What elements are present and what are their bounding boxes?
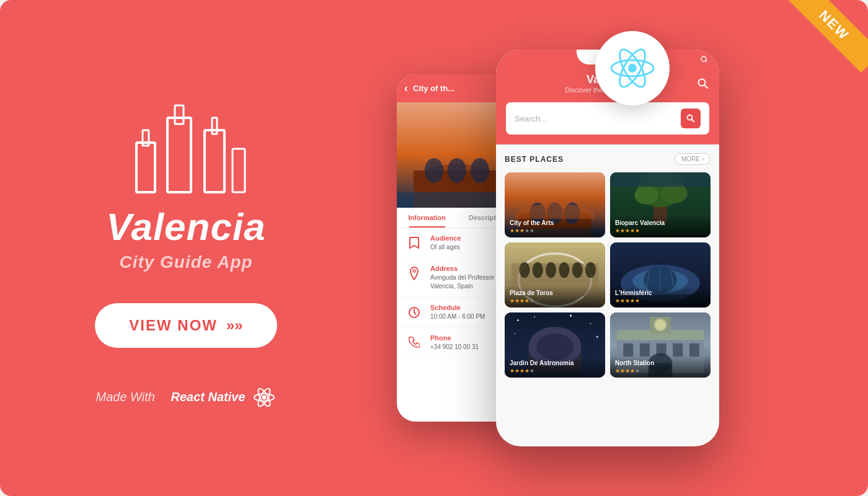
svg-rect-79 xyxy=(673,343,683,356)
svg-rect-80 xyxy=(689,343,699,356)
svg-point-11 xyxy=(628,64,637,73)
phone-label: Phone xyxy=(430,334,479,342)
astronomia-name: Jardín De Astronomia xyxy=(510,360,600,366)
svg-rect-77 xyxy=(640,343,650,356)
schedule-value: 10:00 AM - 6:00 PM xyxy=(430,312,485,321)
react-logo-icon xyxy=(252,385,277,410)
hemispheric-stars: ★★★★★ xyxy=(615,298,706,304)
hemispheric-name: L'Hemisféric xyxy=(615,290,706,296)
place-card-north[interactable]: North Station ★★★★★ xyxy=(610,312,711,378)
svg-point-20 xyxy=(471,158,489,183)
place-card-bioparc[interactable]: Bioparc Valencia ★★★★★ xyxy=(610,172,711,237)
svg-point-47 xyxy=(533,262,543,278)
main-container: NEW Valencia City Guide App VIEW NOW »» … xyxy=(0,0,868,496)
place-card-hemispheric[interactable]: L'Hemisféric ★★★★★ xyxy=(610,242,711,308)
svg-point-40 xyxy=(634,186,658,205)
arts-name: City of the Arts xyxy=(510,219,600,226)
toros-stars: ★★★★★ xyxy=(510,298,600,304)
search-icon-fg xyxy=(699,56,709,62)
search-icon-header[interactable] xyxy=(697,78,709,90)
svg-point-50 xyxy=(572,262,583,278)
left-section: Valencia City Guide App VIEW NOW »» Made… xyxy=(0,50,360,447)
svg-point-46 xyxy=(519,262,529,278)
bioparc-name: Bioparc Valencia xyxy=(615,219,706,226)
toros-overlay: Plaza de Toros ★★★★★ xyxy=(505,286,605,308)
svg-rect-3 xyxy=(175,105,184,124)
hemispheric-overlay: L'Hemisféric ★★★★★ xyxy=(610,286,711,308)
astronomia-overlay: Jardín De Astronomia ★★★★★ xyxy=(505,356,605,378)
svg-point-65 xyxy=(534,316,535,317)
foreground-phone: Valencia Discover the best of Valencia S… xyxy=(496,50,719,446)
bookmark-icon xyxy=(405,234,423,252)
svg-point-75 xyxy=(655,319,665,330)
svg-point-64 xyxy=(517,319,519,321)
search-bar[interactable]: Search... xyxy=(506,102,709,135)
audience-value: Of all ages xyxy=(430,243,461,252)
svg-line-25 xyxy=(706,61,708,62)
svg-rect-2 xyxy=(167,118,191,192)
search-placeholder[interactable]: Search... xyxy=(515,114,675,123)
svg-point-67 xyxy=(590,323,591,324)
react-native-text: React Native xyxy=(170,390,245,404)
best-places-section: BEST PLACES MORE › xyxy=(496,144,719,386)
svg-rect-42 xyxy=(610,172,711,187)
svg-point-22 xyxy=(413,270,415,272)
svg-rect-4 xyxy=(205,130,224,192)
phone-value: +34 902 10 00 31 xyxy=(430,343,479,352)
app-title: Valencia xyxy=(106,205,265,249)
north-station-stars: ★★★★★ xyxy=(615,368,706,374)
north-station-name: North Station xyxy=(615,360,706,366)
bioparc-stars: ★★★★★ xyxy=(615,228,706,234)
view-now-button[interactable]: VIEW NOW »» xyxy=(95,303,277,348)
svg-rect-5 xyxy=(212,118,217,134)
svg-point-51 xyxy=(585,262,596,278)
svg-point-18 xyxy=(425,158,443,183)
address-label: Address xyxy=(430,265,505,272)
bioparc-overlay: Bioparc Valencia ★★★★★ xyxy=(610,216,711,237)
svg-line-29 xyxy=(692,120,694,122)
svg-point-24 xyxy=(701,56,706,61)
svg-point-7 xyxy=(262,395,266,399)
clock-icon xyxy=(405,304,423,321)
react-circle-badge xyxy=(595,31,670,105)
svg-point-66 xyxy=(570,314,572,316)
app-subtitle: City Guide App xyxy=(119,252,252,272)
city-logo-icon xyxy=(118,87,254,198)
best-places-header: BEST PLACES MORE › xyxy=(505,153,711,165)
made-with-label: Made With React Native xyxy=(95,385,276,410)
search-submit-icon xyxy=(686,114,695,123)
svg-rect-6 xyxy=(232,149,245,192)
place-card-astronomia[interactable]: Jardín De Astronomia ★★★★★ xyxy=(505,312,605,378)
address-value: Avinguda del Professor L...Valencia, Spa… xyxy=(430,273,505,291)
phone-bg-title: City of th... xyxy=(413,84,454,93)
chevrons-icon: »» xyxy=(226,317,243,334)
arts-stars: ★★★★★ xyxy=(510,228,600,234)
search-submit-button[interactable] xyxy=(681,108,701,128)
phone-icon xyxy=(405,334,423,352)
schedule-label: Schedule xyxy=(430,304,485,311)
tab-information[interactable]: Information xyxy=(397,208,458,228)
back-arrow-icon[interactable]: ‹ xyxy=(404,82,408,95)
svg-rect-76 xyxy=(623,343,633,356)
arts-overlay: City of the Arts ★★★★★ xyxy=(505,216,605,237)
svg-point-48 xyxy=(546,262,556,278)
svg-point-19 xyxy=(448,158,466,183)
new-badge-label: NEW xyxy=(787,0,868,73)
react-atom-icon xyxy=(608,43,657,93)
place-card-toros[interactable]: Plaza de Toros ★★★★★ xyxy=(505,242,605,308)
toros-name: Plaza de Toros xyxy=(510,290,600,296)
svg-rect-0 xyxy=(136,143,155,192)
svg-point-49 xyxy=(559,262,569,278)
north-station-overlay: North Station ★★★★★ xyxy=(610,356,711,378)
made-with-text: Made With xyxy=(95,390,154,404)
search-bar-area: Search... xyxy=(496,102,719,144)
best-places-title: BEST PLACES xyxy=(505,155,564,164)
astronomia-stars: ★★★★★ xyxy=(510,368,600,374)
more-button[interactable]: MORE › xyxy=(675,153,711,165)
svg-point-68 xyxy=(514,333,515,334)
svg-point-69 xyxy=(596,336,598,338)
new-badge: NEW xyxy=(787,0,868,81)
view-now-label: VIEW NOW xyxy=(129,317,218,334)
places-grid: City of the Arts ★★★★★ xyxy=(505,172,711,378)
place-card-arts[interactable]: City of the Arts ★★★★★ xyxy=(505,172,605,237)
